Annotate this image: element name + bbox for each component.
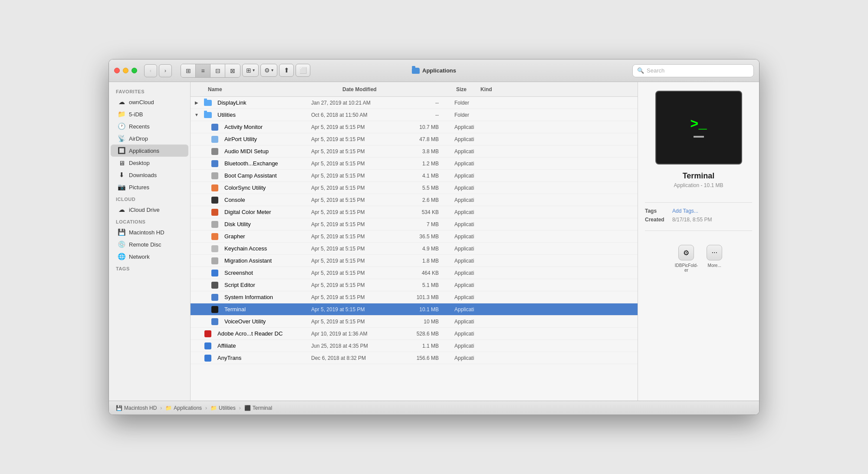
breadcrumb-macintosh-hd[interactable]: 💾 Macintosh HD [116, 405, 157, 411]
sidebar-item-label: ownCloud [129, 99, 154, 105]
file-row-voiceover[interactable]: VoiceOver UtilityApr 5, 2019 at 5:15 PM1… [191, 316, 638, 328]
file-size-voiceover: 10 MB [407, 319, 446, 325]
close-button[interactable] [114, 68, 120, 73]
sidebar-item-applications[interactable]: 🔲 Applications [111, 145, 188, 157]
sidebar-item-label: Pictures [129, 184, 149, 191]
sidebar-item-label: Desktop [129, 160, 150, 166]
tags-action[interactable]: Add Tags... [672, 208, 698, 214]
preview-subtitle: Application - 10.1 MB [674, 182, 723, 188]
sidebar-item-downloads[interactable]: ⬇ Downloads [111, 169, 188, 181]
file-date-activity-monitor: Apr 5, 2019 at 5:15 PM [311, 124, 407, 130]
downloads-icon: ⬇ [118, 171, 125, 179]
sidebar-item-icloud-drive[interactable]: ☁ iCloud Drive [111, 204, 188, 216]
maximize-button[interactable] [132, 68, 137, 73]
file-row-keychain-access[interactable]: Keychain AccessApr 5, 2019 at 5:15 PM4.9… [191, 243, 638, 255]
sidebar-item-label: AirDrop [129, 135, 148, 142]
action-button[interactable]: ⚙ ▾ [260, 64, 277, 77]
expand-arrow-displaylink[interactable]: ▶ [191, 100, 203, 105]
finder-window: ‹ › ⊞ ≡ ⊟ ⊠ ⊞ [108, 59, 760, 415]
col-header-date[interactable]: Date Modified [337, 86, 433, 92]
file-row-screenshot[interactable]: ScreenshotApr 5, 2019 at 5:15 PM464 KBAp… [191, 267, 638, 279]
applications-breadcrumb-icon: 📁 [165, 405, 172, 411]
list-view-button[interactable]: ≡ [196, 64, 210, 77]
file-row-bluetooth-exchange[interactable]: Bluetooth...ExchangeApr 5, 2019 at 5:15 … [191, 158, 638, 170]
file-name-boot-camp: Boot Camp Assistant [203, 171, 311, 180]
sidebar-item-remote-disc[interactable]: 💿 Remote Disc [111, 238, 188, 250]
forward-button[interactable]: › [159, 64, 172, 77]
file-row-script-editor[interactable]: Script EditorApr 5, 2019 at 5:15 PM5.1 M… [191, 279, 638, 291]
sidebar-item-macintosh-hd[interactable]: 💾 Macintosh HD [111, 226, 188, 238]
file-size-digital-color: 534 KB [407, 209, 446, 215]
file-row-console[interactable]: ConsoleApr 5, 2019 at 5:15 PM2.6 MBAppli… [191, 194, 638, 206]
file-date-anytrans: Dec 6, 2018 at 8:32 PM [311, 355, 407, 361]
file-row-terminal[interactable]: TerminalApr 5, 2019 at 5:15 PM10.1 MBApp… [191, 303, 638, 316]
file-kind-bluetooth-exchange: Applicati [446, 161, 638, 167]
file-name-grapher: Grapher [203, 232, 311, 241]
file-row-adobe-acrobat[interactable]: Adobe Acro...t Reader DCApr 10, 2019 at … [191, 328, 638, 340]
file-name-system-information: System Information [203, 293, 311, 302]
back-button[interactable]: ‹ [144, 64, 157, 77]
file-row-system-information[interactable]: System InformationApr 5, 2019 at 5:15 PM… [191, 291, 638, 303]
sidebar-item-network[interactable]: 🌐 Network [111, 250, 188, 263]
file-row-affiliate[interactable]: AffiliateJun 25, 2018 at 4:35 PM1.1 MBAp… [191, 340, 638, 352]
file-row-airport-utility[interactable]: AirPort UtilityApr 5, 2019 at 5:15 PM47.… [191, 133, 638, 145]
more-action[interactable]: ··· More... [707, 245, 722, 273]
sidebar-item-pictures[interactable]: 📷 Pictures [111, 181, 188, 193]
column-headers: Name Date Modified Size Kind [191, 82, 638, 97]
preview-image: >_ [655, 91, 742, 165]
file-size-disk-utility: 7 MB [407, 221, 446, 227]
sidebar-item-airdrop[interactable]: 📡 AirDrop [111, 132, 188, 145]
5idb-icon: 📁 [118, 110, 125, 118]
group-by-button[interactable]: ⊞ ▾ [242, 64, 259, 77]
file-row-utilities[interactable]: ▼UtilitiesOct 6, 2018 at 11:50 AM--Folde… [191, 109, 638, 121]
file-row-disk-utility[interactable]: Disk UtilityApr 5, 2019 at 5:15 PM7 MBAp… [191, 218, 638, 230]
file-date-console: Apr 5, 2019 at 5:15 PM [311, 197, 407, 203]
sidebar-item-desktop[interactable]: 🖥 Desktop [111, 157, 188, 169]
file-row-color-sync[interactable]: ColorSync UtilityApr 5, 2019 at 5:15 PM5… [191, 182, 638, 194]
file-icon-keychain-access [210, 244, 219, 253]
file-row-displaylink[interactable]: ▶DisplayLinkJan 27, 2019 at 10:21 AM--Fo… [191, 97, 638, 109]
file-row-anytrans[interactable]: AnyTransDec 6, 2018 at 8:32 PM156.6 MBAp… [191, 352, 638, 364]
sidebar-item-5idb[interactable]: 📁 5-iDB [111, 108, 188, 120]
file-size-audio-midi: 3.8 MB [407, 148, 446, 155]
search-bar[interactable]: 🔍 [632, 64, 754, 77]
file-icon-color-sync [210, 184, 219, 192]
file-date-boot-camp: Apr 5, 2019 at 5:15 PM [311, 173, 407, 179]
remote-disc-icon: 💿 [118, 240, 125, 248]
file-row-activity-monitor[interactable]: Activity MonitorApr 5, 2019 at 5:15 PM10… [191, 121, 638, 133]
file-kind-disk-utility: Applicati [446, 221, 638, 227]
expand-arrow-utilities[interactable]: ▼ [191, 112, 203, 117]
applications-icon: 🔲 [118, 147, 125, 155]
sidebar-item-owncloud[interactable]: ☁ ownCloud [111, 96, 188, 108]
file-row-grapher[interactable]: GrapherApr 5, 2019 at 5:15 PM36.5 MBAppl… [191, 230, 638, 243]
terminal-prompt-icon: >_ [690, 116, 707, 132]
file-size-displaylink: -- [407, 100, 446, 106]
breadcrumb-utilities[interactable]: 📁 Utilities [210, 405, 236, 411]
breadcrumb-utilities-label: Utilities [219, 405, 236, 411]
file-row-migration-assistant[interactable]: Migration AssistantApr 5, 2019 at 5:15 P… [191, 255, 638, 267]
cover-view-button[interactable]: ⊠ [225, 64, 240, 77]
sidebar-item-recents[interactable]: 🕐 Recents [111, 120, 188, 132]
col-header-size[interactable]: Size [433, 86, 472, 92]
tag-button[interactable]: ⬜ [296, 64, 310, 77]
file-row-boot-camp[interactable]: Boot Camp AssistantApr 5, 2019 at 5:15 P… [191, 170, 638, 182]
breadcrumb-applications[interactable]: 📁 Applications [165, 405, 202, 411]
idbpicfolder-action[interactable]: ⚙ IDBPicFold-er [675, 245, 698, 273]
file-kind-boot-camp: Applicati [446, 173, 638, 179]
file-area: Name Date Modified Size Kind ▶DisplayLin… [191, 82, 638, 401]
share-button[interactable]: ⬆ [279, 64, 294, 77]
file-date-digital-color: Apr 5, 2019 at 5:15 PM [311, 209, 407, 215]
file-row-digital-color[interactable]: Digital Color MeterApr 5, 2019 at 5:15 P… [191, 206, 638, 218]
minimize-button[interactable] [123, 68, 128, 73]
search-input[interactable] [647, 67, 749, 74]
col-header-kind[interactable]: Kind [472, 86, 638, 92]
icon-view-button[interactable]: ⊞ [181, 64, 196, 77]
col-header-name[interactable]: Name [203, 86, 337, 92]
file-row-audio-midi[interactable]: Audio MIDI SetupApr 5, 2019 at 5:15 PM3.… [191, 145, 638, 158]
file-size-terminal: 10.1 MB [407, 306, 446, 313]
breadcrumb-sep-2: › [205, 405, 207, 411]
column-view-button[interactable]: ⊟ [210, 64, 225, 77]
window-title: Applications [422, 67, 456, 74]
breadcrumb-terminal[interactable]: ⬛ Terminal [244, 405, 272, 411]
preview-tags-row: Tags Add Tags... [645, 208, 752, 214]
